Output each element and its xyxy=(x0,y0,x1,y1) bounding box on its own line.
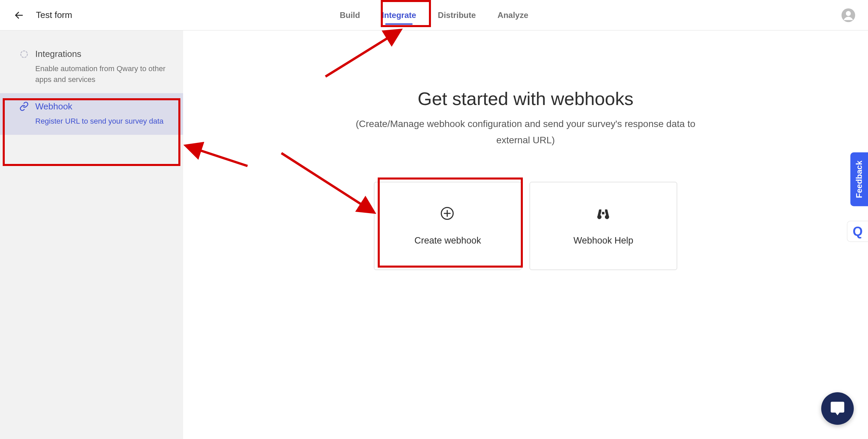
webhook-help-card[interactable]: Webhook Help xyxy=(530,182,677,270)
page-subtitle: (Create/Manage webhook configuration and… xyxy=(339,116,712,148)
tab-analyze[interactable]: Analyze xyxy=(497,0,528,30)
feedback-tab[interactable]: Feedback xyxy=(850,152,868,206)
binoculars-icon xyxy=(596,206,611,222)
sidebar-item-integrations[interactable]: Integrations Enable automation from Qwar… xyxy=(0,41,183,93)
create-webhook-card[interactable]: Create webhook xyxy=(374,182,521,270)
back-button[interactable] xyxy=(12,8,26,22)
tab-build[interactable]: Build xyxy=(340,0,360,30)
page-title: Get started with webhooks xyxy=(418,88,633,109)
card-label: Webhook Help xyxy=(573,235,633,246)
user-circle-icon xyxy=(841,8,856,23)
sidebar-item-label: Integrations xyxy=(35,49,81,59)
sidebar: Integrations Enable automation from Qwar… xyxy=(0,30,183,439)
svg-point-3 xyxy=(21,51,27,58)
card-row: Create webhook Webhook Help xyxy=(374,182,677,270)
sidebar-item-webhook[interactable]: Webhook Register URL to send your survey… xyxy=(0,93,183,135)
chat-icon xyxy=(829,400,846,417)
avatar[interactable] xyxy=(841,8,856,23)
plus-circle-icon xyxy=(440,206,456,222)
tab-distribute[interactable]: Distribute xyxy=(438,0,476,30)
link-icon xyxy=(19,101,29,111)
header-tabs: Build Integrate Distribute Analyze xyxy=(340,0,528,30)
sidebar-item-desc: Register URL to send your survey data xyxy=(19,116,172,127)
tab-integrate[interactable]: Integrate xyxy=(382,0,416,30)
header: Test form Build Integrate Distribute Ana… xyxy=(0,0,868,30)
arrow-left-icon xyxy=(14,10,24,20)
sidebar-item-label: Webhook xyxy=(35,101,72,112)
sidebar-item-desc: Enable automation from Qwary to other ap… xyxy=(19,63,172,85)
form-title: Test form xyxy=(36,10,72,20)
spinner-icon xyxy=(19,49,29,59)
chat-button[interactable] xyxy=(821,392,854,425)
svg-point-2 xyxy=(846,11,851,16)
main-content: Get started with webhooks (Create/Manage… xyxy=(183,30,868,439)
card-label: Create webhook xyxy=(414,235,481,246)
q-tab[interactable]: Q xyxy=(847,221,868,242)
